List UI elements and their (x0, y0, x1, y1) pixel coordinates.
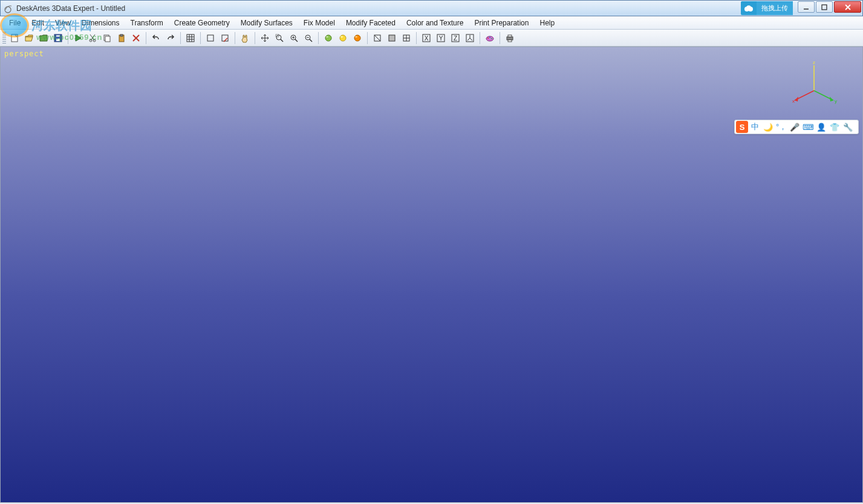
cloud-upload-label: 拖拽上传 (757, 1, 793, 15)
ime-person-icon[interactable]: 👤 (815, 121, 827, 133)
toolbar-separator (416, 32, 417, 44)
app-icon (4, 4, 14, 13)
axis-z-icon[interactable] (449, 31, 462, 45)
axis-z-label: z (813, 60, 815, 65)
axis-iso-icon[interactable] (463, 31, 477, 45)
zoom-window-icon[interactable] (273, 31, 286, 45)
toolbar-separator (180, 32, 181, 44)
new-file-icon[interactable] (8, 31, 21, 45)
menu-dimensions[interactable]: Dimensions (76, 18, 125, 28)
open-folder-icon[interactable] (37, 31, 50, 45)
axis-x-icon[interactable] (420, 31, 433, 45)
open-file-icon[interactable] (22, 31, 36, 45)
menu-view[interactable]: View (50, 18, 76, 28)
toolbar-separator (200, 32, 201, 44)
select-edit-icon[interactable] (218, 31, 232, 45)
toolbar-separator (146, 32, 146, 44)
menu-modify-faceted[interactable]: Modify Faceted (340, 18, 401, 28)
view-grid-icon[interactable] (400, 31, 413, 45)
menu-transform[interactable]: Transform (125, 18, 169, 28)
hand-icon[interactable] (238, 31, 252, 45)
ime-sogou-logo-icon[interactable]: S (736, 121, 748, 133)
menu-print-preparation[interactable]: Print Preparation (469, 18, 534, 28)
toolbar-separator (68, 32, 68, 44)
toolbar-grip[interactable] (2, 32, 6, 44)
cloud-icon (741, 4, 757, 13)
shade-yellow-icon[interactable] (336, 31, 350, 45)
svg-marker-10 (795, 97, 798, 102)
axis-x-label: x (792, 99, 795, 104)
svg-marker-12 (830, 97, 833, 102)
shade-green-icon[interactable] (322, 31, 335, 45)
menu-fix-model[interactable]: Fix Model (298, 18, 340, 28)
axis-y-icon[interactable] (434, 31, 448, 45)
paint-icon[interactable] (483, 31, 497, 45)
paste-icon[interactable] (115, 31, 128, 45)
axis-gizmo[interactable]: z x y (790, 60, 838, 109)
cloud-upload-widget[interactable]: 拖拽上传 (741, 1, 793, 15)
redo-icon[interactable] (164, 31, 177, 45)
toolbar-separator (235, 32, 235, 44)
axis-y-label: y (835, 99, 837, 104)
shade-orange-icon[interactable] (351, 31, 364, 45)
select-box-icon[interactable] (204, 31, 217, 45)
grid-toggle-icon[interactable] (184, 31, 197, 45)
view-shaded-icon[interactable] (385, 31, 399, 45)
cut-icon[interactable] (86, 31, 99, 45)
menu-modify-surfaces[interactable]: Modify Surfaces (235, 18, 298, 28)
toolbar-separator (500, 32, 500, 44)
toolbar (0, 30, 863, 47)
zoom-out-icon[interactable] (302, 31, 315, 45)
menu-file[interactable]: File (4, 18, 26, 28)
toolbar-separator (255, 32, 255, 44)
delete-icon[interactable] (129, 31, 143, 45)
zoom-in-icon[interactable] (287, 31, 301, 45)
view-wireframe-icon[interactable] (371, 31, 384, 45)
move-icon[interactable] (258, 31, 272, 45)
close-button[interactable] (834, 1, 861, 13)
toolbar-separator (480, 32, 480, 44)
viewport-3d[interactable]: perspect z x y S 中🌙°，🎤⌨👤👕🔧 (0, 47, 863, 503)
menu-edit[interactable]: Edit (26, 18, 50, 28)
ime-mic-icon[interactable]: 🎤 (789, 121, 801, 133)
ime-lang-icon[interactable]: 中 (749, 121, 761, 133)
print-icon[interactable] (503, 31, 516, 45)
copy-icon[interactable] (100, 31, 114, 45)
menu-create-geometry[interactable]: Create Geometry (169, 18, 235, 28)
menubar: FileEditViewDimensionsTransformCreate Ge… (0, 16, 863, 30)
run-icon[interactable] (71, 31, 85, 45)
ime-punct-icon[interactable]: °， (775, 121, 787, 133)
menu-color-and-texture[interactable]: Color and Texture (401, 18, 469, 28)
view-mode-label: perspect (4, 50, 44, 58)
titlebar: DeskArtes 3Data Expert - Untitled 拖拽上传 (0, 0, 863, 16)
ime-keyboard-icon[interactable]: ⌨ (802, 121, 814, 133)
undo-icon[interactable] (149, 31, 163, 45)
toolbar-separator (318, 32, 319, 44)
svg-point-3 (746, 5, 751, 10)
svg-rect-5 (822, 5, 827, 10)
minimize-button[interactable] (798, 1, 815, 13)
toolbar-separator (367, 32, 368, 44)
window-title: DeskArtes 3Data Expert - Untitled (16, 4, 125, 13)
ime-moon-icon[interactable]: 🌙 (762, 121, 774, 133)
menu-help[interactable]: Help (534, 18, 560, 28)
ime-wrench-icon[interactable]: 🔧 (842, 121, 854, 133)
save-icon[interactable] (51, 31, 65, 45)
ime-toolbar[interactable]: S 中🌙°，🎤⌨👤👕🔧 (734, 120, 859, 134)
ime-shirt-icon[interactable]: 👕 (829, 121, 841, 133)
maximize-button[interactable] (816, 1, 833, 13)
